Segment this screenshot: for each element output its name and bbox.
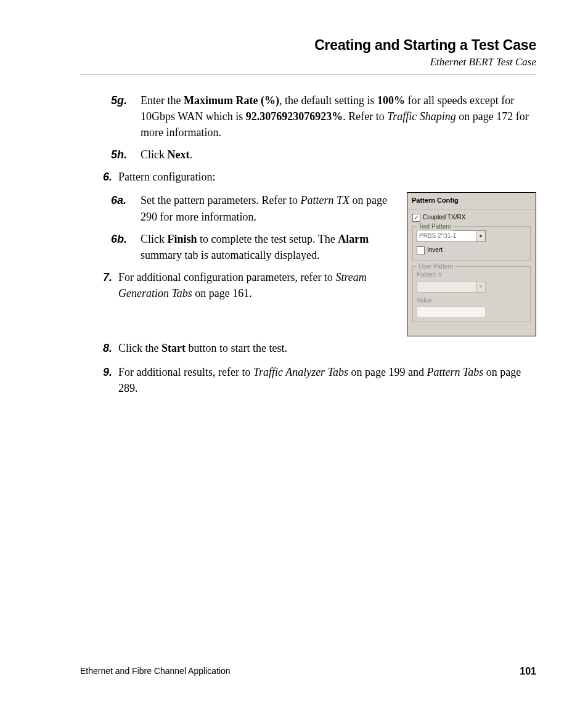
chevron-down-icon: ▼: [476, 282, 485, 292]
t: Pattern TX: [300, 194, 349, 206]
t: Maximum Rate (%): [184, 94, 279, 107]
step-text-9: For additional results, refer to Traffic…: [118, 364, 536, 396]
header-rule: [80, 75, 536, 75]
t: summary tab is automatically displayed.: [141, 249, 319, 261]
step-num-7: 7.: [80, 269, 118, 301]
step-text-6: Pattern configuration:: [118, 169, 536, 185]
page-footer: Ethernet and Fibre Channel Application 1…: [80, 666, 536, 677]
value-field: [417, 306, 486, 318]
t: For additional results, refer to: [118, 366, 253, 378]
checkbox-icon: [417, 246, 425, 254]
t: Traffic Shaping: [387, 110, 456, 123]
coupled-txrx-checkbox[interactable]: ✓ Coupled TX/RX: [412, 213, 531, 222]
pattern-config-panel: Pattern Config ✓ Coupled TX/RX Test Patt…: [407, 192, 536, 336]
t: Enter the: [141, 94, 184, 107]
pattern-num-label: Pattern #: [417, 270, 526, 280]
section-title: Creating and Starting a Test Case: [80, 37, 536, 54]
step-num-6a: 6a.: [111, 192, 141, 224]
step-text-6a: Set the pattern parameters. Refer to Pat…: [141, 192, 397, 224]
t: Click: [141, 233, 168, 245]
section-subtitle: Ethernet BERT Test Case: [80, 56, 536, 68]
checkbox-icon: ✓: [412, 214, 420, 222]
step-text-8: Click the Start button to start the test…: [118, 340, 536, 356]
invert-checkbox[interactable]: Invert: [417, 246, 526, 255]
user-pattern-group: User Pattern Pattern # ▼ Value: [412, 266, 531, 322]
step-num-6b: 6b.: [111, 231, 141, 263]
pattern-num-value: [417, 282, 476, 292]
t: Click: [141, 148, 168, 161]
t: 100%: [377, 94, 405, 107]
step-text-6b: Click Finish to complete the test setup.…: [141, 231, 397, 263]
t: on page 161.: [192, 287, 252, 299]
t: Traffic Analyzer Tabs: [253, 366, 348, 378]
step-text-5g: Enter the Maximum Rate (%), the default …: [141, 92, 536, 140]
t: For additional configuration parameters,…: [118, 271, 335, 283]
page-number: 101: [520, 666, 536, 677]
t: Set the pattern parameters. Refer to: [141, 194, 300, 206]
t: . Refer to: [343, 110, 387, 123]
t: on page 199 and: [348, 366, 427, 378]
t: .: [189, 148, 192, 161]
t: Alarm: [338, 233, 369, 245]
step-num-5h: 5h.: [111, 147, 141, 163]
t: Pattern Tabs: [427, 366, 483, 378]
footer-title: Ethernet and Fibre Channel Application: [80, 666, 231, 677]
step-num-8: 8.: [80, 340, 118, 356]
t: Finish: [168, 233, 197, 245]
step-num-9: 9.: [80, 364, 118, 396]
test-pattern-value: PRBS 2^31-1: [417, 231, 476, 241]
t: button to start the test.: [186, 342, 287, 354]
step-num-5g: 5g.: [111, 92, 141, 140]
test-pattern-dropdown[interactable]: PRBS 2^31-1 ▼: [417, 230, 486, 242]
step-text-5h: Click Next.: [141, 147, 536, 163]
page-header: Creating and Starting a Test Case Ethern…: [80, 37, 536, 75]
panel-title: Pattern Config: [407, 193, 536, 209]
t: Next: [168, 148, 190, 161]
step-num-6: 6.: [80, 169, 118, 185]
pattern-num-dropdown: ▼: [417, 281, 486, 293]
t: Click the: [118, 342, 161, 354]
t: to complete the test setup. The: [197, 233, 338, 245]
value-label: Value: [417, 296, 526, 306]
chevron-down-icon: ▼: [476, 231, 485, 241]
t: 92.3076923076923%: [246, 110, 343, 123]
t: Start: [161, 342, 186, 354]
t: , the default setting is: [279, 94, 377, 107]
invert-label: Invert: [427, 246, 443, 255]
test-pattern-group: Test Pattern PRBS 2^31-1 ▼ Invert: [412, 226, 531, 262]
user-pattern-legend: User Pattern: [417, 262, 455, 272]
step-text-7: For additional configuration parameters,…: [118, 269, 397, 301]
test-pattern-legend: Test Pattern: [417, 222, 453, 232]
coupled-label: Coupled TX/RX: [423, 213, 465, 222]
